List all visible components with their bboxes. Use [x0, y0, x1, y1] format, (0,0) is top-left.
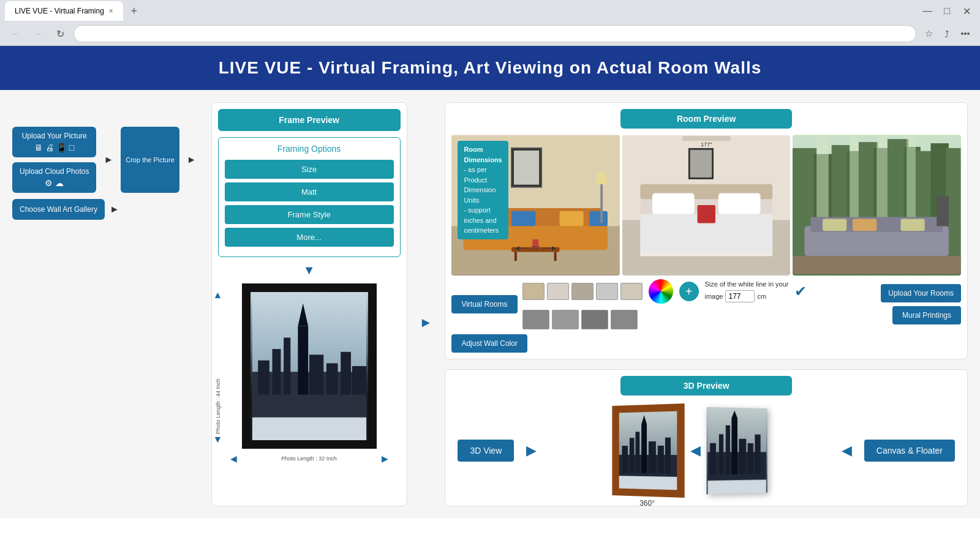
svg-rect-70 — [629, 438, 634, 473]
3d-frame-left — [612, 403, 684, 498]
svg-rect-59 — [907, 136, 916, 226]
svg-rect-86 — [747, 443, 753, 474]
bedroom-svg: 177" — [622, 135, 791, 276]
svg-rect-10 — [352, 366, 366, 395]
browser-nav: ← → ↻ ☆ ⤴ — [0, 22, 980, 45]
room-thumb-1[interactable] — [522, 283, 545, 300]
upload-picture-btn[interactable]: Upload Your Picture 🖥 🖨 📱 □ — [12, 127, 96, 157]
3d-arrow-right: ▶ — [526, 443, 537, 459]
svg-rect-82 — [725, 425, 729, 474]
3d-arrow-left: ◀ — [690, 443, 701, 459]
photo-length-horizontal-label: Photo Length : 32 Inch — [239, 455, 379, 462]
3d-city-svg-right — [706, 407, 767, 494]
forward-btn[interactable]: → — [29, 25, 47, 42]
canvas-floater-btn[interactable]: Canvas & Floater — [864, 440, 955, 462]
address-bar[interactable] — [74, 25, 916, 42]
add-btn[interactable]: + — [679, 282, 699, 301]
room-thumbnails — [522, 283, 643, 300]
share-btn[interactable]: ⤴ — [940, 26, 954, 41]
room-thumb-4[interactable] — [596, 283, 618, 300]
preview-3d-header: 3D Preview — [620, 376, 792, 395]
bedroom-image: 177" — [622, 135, 791, 276]
active-tab[interactable]: LIVE VUE - Virtual Framing × — [5, 1, 123, 21]
svg-rect-85 — [739, 439, 746, 474]
svg-rect-81 — [718, 434, 723, 474]
svg-rect-80 — [710, 443, 716, 474]
framing-options-box: Framing Options Size Matt Frame Style Mo… — [218, 137, 401, 257]
svg-rect-8 — [326, 363, 338, 394]
svg-rect-87 — [755, 435, 760, 474]
svg-rect-56 — [817, 136, 829, 226]
3d-frame-left-container: 360° — [611, 405, 684, 497]
svg-rect-75 — [657, 446, 663, 474]
crop-box[interactable]: Crop the Picture — [121, 127, 179, 193]
svg-rect-69 — [622, 446, 628, 473]
svg-rect-83 — [731, 418, 737, 474]
svg-rect-58 — [877, 136, 888, 220]
svg-rect-7 — [309, 354, 323, 394]
bookmark-btn[interactable]: ☆ — [921, 26, 936, 41]
virtual-rooms-btn[interactable]: Virtual Rooms — [451, 295, 517, 313]
right-room-buttons: Upload Your Rooms Mural Printings — [881, 284, 961, 324]
room-thumb-3[interactable] — [571, 283, 594, 300]
reload-btn[interactable]: ↻ — [51, 25, 69, 42]
menu-btn[interactable] — [958, 26, 973, 41]
upload-cloud-btn[interactable]: Upload Cloud Photos ⚙ ☁ — [12, 162, 96, 193]
svg-rect-23 — [601, 184, 603, 223]
svg-rect-4 — [284, 337, 290, 394]
room-thumb-2[interactable] — [547, 283, 569, 300]
white-line-label: Size of the white line in your — [705, 280, 789, 288]
room-preview-section: Room Preview Room Dimensions - as per Pr… — [445, 102, 968, 359]
svg-rect-40 — [697, 205, 715, 223]
frame-style-btn[interactable]: Frame Style — [225, 205, 394, 224]
svg-rect-37 — [652, 193, 695, 214]
back-btn[interactable]: ← — [7, 25, 24, 42]
photo-thumb-3[interactable] — [581, 310, 608, 329]
white-line-value-input[interactable] — [725, 290, 755, 302]
color-wheel[interactable] — [649, 279, 673, 304]
restore-btn[interactable]: □ — [938, 2, 956, 20]
room-images-row: Room Dimensions - as per Product Dimensi… — [451, 135, 961, 276]
svg-rect-74 — [649, 441, 656, 473]
crop-arrow-right: ► — [104, 154, 113, 165]
dimension-line2: - support inches and centimeters — [464, 205, 502, 236]
svg-rect-77 — [619, 476, 677, 490]
svg-text:177": 177" — [701, 141, 712, 148]
down-arrow: ▼ — [212, 263, 407, 277]
mural-btn[interactable]: Mural Printings — [892, 306, 961, 324]
svg-rect-38 — [718, 193, 761, 214]
svg-rect-66 — [793, 256, 961, 274]
view-3d-btn[interactable]: 3D View — [458, 440, 514, 462]
svg-rect-5 — [298, 326, 308, 395]
close-window-btn[interactable]: ✕ — [958, 2, 975, 20]
photo-thumb-4[interactable] — [611, 310, 638, 329]
room-thumb-5[interactable] — [620, 283, 643, 300]
svg-rect-88 — [707, 479, 766, 494]
checkmark-icon[interactable]: ✔ — [794, 283, 807, 300]
minimize-btn[interactable]: — — [919, 2, 936, 20]
city-image — [251, 292, 368, 440]
svg-rect-22 — [514, 151, 539, 185]
adjust-wall-btn[interactable]: Adjust Wall Color — [451, 334, 527, 353]
svg-rect-62 — [823, 219, 846, 231]
new-tab-btn[interactable]: + — [126, 2, 143, 20]
upload-icons: 🖥 🖨 📱 □ — [20, 143, 89, 152]
more-btn[interactable]: More... — [225, 228, 394, 247]
frame-image — [242, 283, 377, 449]
horizontal-dimension: ◀ Photo Length : 32 Inch ▶ — [230, 454, 388, 463]
white-line-box: Size of the white line in your image cm — [705, 280, 789, 302]
right-panel: Room Preview Room Dimensions - as per Pr… — [445, 102, 968, 506]
svg-rect-18 — [511, 211, 535, 227]
vertical-down-arrow: ▼ — [213, 434, 223, 445]
tab-close-btn[interactable]: × — [109, 7, 113, 15]
framing-options-title: Framing Options — [225, 144, 394, 154]
app-title: LIVE VUE - Virtual Framing, Art Viewing … — [12, 58, 968, 78]
size-btn[interactable]: Size — [225, 160, 394, 179]
upload-rooms-btn[interactable]: Upload Your Rooms — [881, 284, 961, 302]
matt-btn[interactable]: Matt — [225, 182, 394, 201]
photo-thumb-1[interactable] — [522, 310, 549, 329]
photo-thumb-2[interactable] — [552, 310, 579, 329]
choose-gallery-btn[interactable]: Choose Wall Art Gallery — [12, 199, 105, 220]
svg-rect-63 — [853, 219, 877, 231]
svg-rect-32 — [682, 136, 730, 141]
